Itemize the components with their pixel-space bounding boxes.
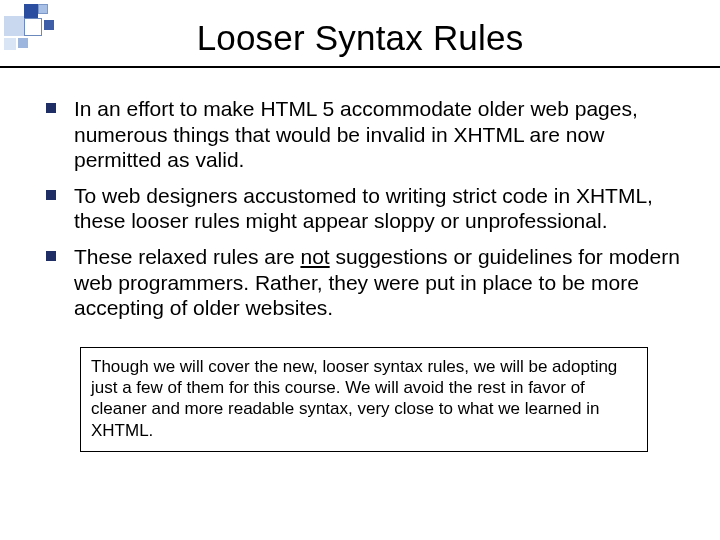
note-box: Though we will cover the new, looser syn… (80, 347, 648, 452)
bullet-item: These relaxed rules are not suggestions … (36, 244, 684, 321)
bullet-text: In an effort to make HTML 5 accommodate … (74, 97, 638, 171)
bullet-item: In an effort to make HTML 5 accommodate … (36, 96, 684, 173)
slide-title: Looser Syntax Rules (0, 0, 720, 58)
bullet-text: These relaxed rules are (74, 245, 300, 268)
slide-content: In an effort to make HTML 5 accommodate … (0, 68, 720, 452)
corner-decoration (4, 4, 84, 58)
bullet-list: In an effort to make HTML 5 accommodate … (36, 96, 684, 321)
note-text: Though we will cover the new, looser syn… (91, 357, 617, 440)
slide: Looser Syntax Rules In an effort to make… (0, 0, 720, 540)
bullet-text-underlined: not (300, 245, 329, 268)
bullet-item: To web designers accustomed to writing s… (36, 183, 684, 234)
bullet-text: To web designers accustomed to writing s… (74, 184, 653, 233)
